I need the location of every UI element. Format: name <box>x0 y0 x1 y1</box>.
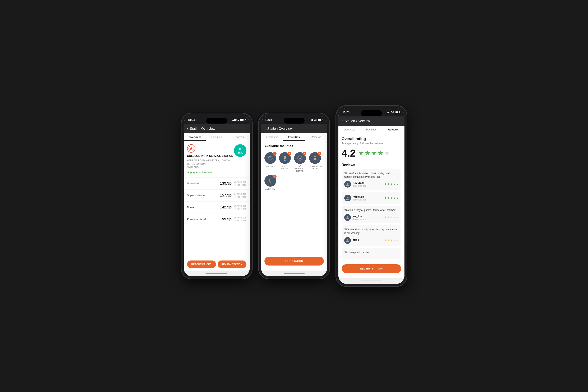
reviewer-stars-2: ★ ★ ★ ★ ★ <box>384 196 399 200</box>
phone2-time: 13:24 <box>265 118 272 122</box>
station-stars: ★ ★ ★ ★ ★ <box>187 171 201 174</box>
overall-rating-title: Overall rating <box>342 137 401 141</box>
svg-point-13 <box>347 197 348 198</box>
go-to-station-button[interactable]: ➤ GO TO STATION <box>234 144 246 157</box>
review-station-button-3[interactable]: REVIEW STATION <box>342 264 401 273</box>
phone2-home-indicator <box>261 270 327 276</box>
fuel-price-info-diesel: 142.9p 19 hours ago PetrolPrices <box>220 204 246 210</box>
facilities-title: Available facilities <box>264 144 324 148</box>
phone1-tab-facilities[interactable]: Facilities <box>206 134 228 141</box>
phone3-tab-overview[interactable]: Overview <box>338 126 360 133</box>
review-card-3: "Station is 'pay at pump' - tricky for a… <box>342 206 401 223</box>
fuel-price-info-super: 157.9p 63 hours ago PetrolPrices <box>220 192 246 198</box>
phone2-tab-reviews[interactable]: Reviews <box>305 134 327 141</box>
phone1-nav-title: Station Overview <box>190 127 215 131</box>
fuel-meta-diesel: 19 hours ago PetrolPrices <box>234 204 246 210</box>
fuel-name-unleaded: Unleaded <box>187 182 199 185</box>
facilities-section: Available facilities <box>261 141 327 225</box>
fuel-meta-super: 63 hours ago PetrolPrices <box>234 192 246 198</box>
phone1-battery <box>240 119 246 121</box>
phone1-time: 13:24 <box>188 118 195 122</box>
reviewer-time-3: 4 months ago <box>353 218 367 220</box>
reviewer-name-2: rmgorsia <box>353 195 367 198</box>
review-quote-1: "No staff at this station. Must pay by c… <box>344 172 399 179</box>
phone1-home-bar <box>206 273 227 274</box>
car-wash-label: CAR WASH <box>265 165 275 168</box>
phone3-signal-type: 5G <box>391 111 394 114</box>
phone1-signal-bars <box>232 119 236 121</box>
reviewer-time-2: 3 months ago <box>353 198 367 201</box>
reviewer-info-3: joe_lou 4 months ago <box>344 214 367 221</box>
fuel-row-diesel: Diesel 142.9p 19 hours ago PetrolPrices <box>184 202 250 214</box>
phone2-tab-overview[interactable]: Overview <box>261 134 283 141</box>
facility-car-wash: ✓ CAR WASH <box>264 152 276 172</box>
phone2-tab-facilities[interactable]: Facilities <box>283 134 305 141</box>
fuel-price-info-premium: 159.9p 20 hours ago PetrolPrices <box>220 216 246 222</box>
reviewer-name-1: David430 <box>353 182 367 184</box>
phone3-tab-facilities[interactable]: Facilities <box>360 126 382 133</box>
phone2-dynamic-island <box>284 118 305 124</box>
edit-station-button[interactable]: EDIT STATION <box>264 257 324 266</box>
phone1-frame: 13:24 5G <box>181 113 252 279</box>
phone3-tabs: Overview Facilities Reviews <box>338 126 405 134</box>
air-water-label: AIR & WATER <box>279 165 291 170</box>
phone1-tab-reviews[interactable]: Reviews <box>228 134 250 141</box>
phone1-tab-overview[interactable]: Overview <box>184 134 206 141</box>
car-wash-check-icon: ✓ <box>273 152 277 156</box>
review-card-5: "No receipt rolls again" <box>342 248 401 259</box>
reviewer-info-1: David430 2 months ago <box>344 181 367 188</box>
svg-point-4 <box>271 159 272 160</box>
phone2-bottom-area: EDIT STATION <box>261 257 327 270</box>
phone2-signal-type: 5G <box>314 118 317 121</box>
big-rating-display: 4.2 ★ ★ ★ ★ ★ <box>342 148 401 159</box>
reviews-section-title: Reviews <box>342 163 401 167</box>
phone2-screen: 13:24 5G <box>261 116 327 276</box>
fuel-name-diesel: Diesel <box>187 206 195 209</box>
reviewer-stars-3: ★ ★ ★ ★ ★ <box>384 216 399 219</box>
review-quote-4: "Not attendant to help when the payment … <box>344 228 399 235</box>
station-name: COLLEGE PARK SERVICE STATION <box>187 154 234 158</box>
report-prices-button[interactable]: REPORT PRICES <box>187 260 216 268</box>
phone3-tab-reviews[interactable]: Reviews <box>382 126 404 133</box>
review-card-2: rmgorsia 3 months ago ★ ★ ★ ★ ★ <box>342 192 401 204</box>
navigation-arrow-icon: ➤ <box>238 146 242 151</box>
alcohol-label: ALCOHOL <box>265 188 275 190</box>
reviewer-time-1: 2 months ago <box>353 184 367 187</box>
phone3-screen: 13:25 5G <box>338 108 405 284</box>
fuel-name-premium: Premium diesel <box>187 218 206 221</box>
247-icon-wrapper: 24 ✓ <box>294 152 306 164</box>
svg-point-3 <box>269 159 270 160</box>
phone3-home-bar <box>361 280 382 282</box>
phone3-status-icons: 5G <box>387 111 400 114</box>
svg-rect-5 <box>284 156 286 159</box>
reviews-section: Overall rating Average rating of all mem… <box>338 134 405 264</box>
phone3-signal-bars <box>387 111 390 113</box>
reviewer-details-1: David430 2 months ago <box>353 182 367 187</box>
review-station-button-1[interactable]: REVIEW STATION <box>218 260 246 268</box>
overall-rating-subtitle: Average rating of all member reviews <box>342 142 401 145</box>
reviewer-info-4: JR29 <box>344 237 359 244</box>
phone2-nav-bar: ‹ Station Overview <box>261 124 327 134</box>
phone3-back-icon[interactable]: ‹ <box>342 119 343 123</box>
fuel-row-unleaded: Unleaded 139.9p 26 hours ago PetrolPrice… <box>184 178 250 190</box>
star-5: ★ <box>198 171 201 174</box>
phone2-home-bar <box>284 273 305 274</box>
svg-point-12 <box>347 183 348 184</box>
phones-container: 13:24 5G <box>181 106 407 287</box>
phone3-nav-title: Station Overview <box>345 119 370 123</box>
phone1-nav-bar: ‹ Station Overview <box>184 124 250 134</box>
svg-point-14 <box>347 216 348 218</box>
big-star-4: ★ <box>378 149 384 157</box>
facilities-grid: ✓ CAR WASH <box>264 152 324 190</box>
phone1-content: COLLEGE PARK SERVICE STATION HARROW ROAD… <box>184 141 250 270</box>
fuel-prices-list: Unleaded 139.9p 26 hours ago PetrolPrice… <box>184 178 250 258</box>
big-star-1: ★ <box>358 149 364 157</box>
phone2-status-icons: 5G <box>310 118 323 121</box>
phone2-back-icon[interactable]: ‹ <box>264 126 266 131</box>
phone3-bottom-area: REVIEW STATION <box>338 264 405 278</box>
reviewer-stars-4: ★ ★ ★ ★ ★ <box>384 239 399 242</box>
reviewer-details-4: JR29 <box>353 239 359 242</box>
phone1-back-icon[interactable]: ‹ <box>187 126 188 131</box>
texaco-logo <box>187 144 195 152</box>
reviewer-row-1: David430 2 months ago ★ ★ ★ ★ ★ <box>344 181 399 188</box>
